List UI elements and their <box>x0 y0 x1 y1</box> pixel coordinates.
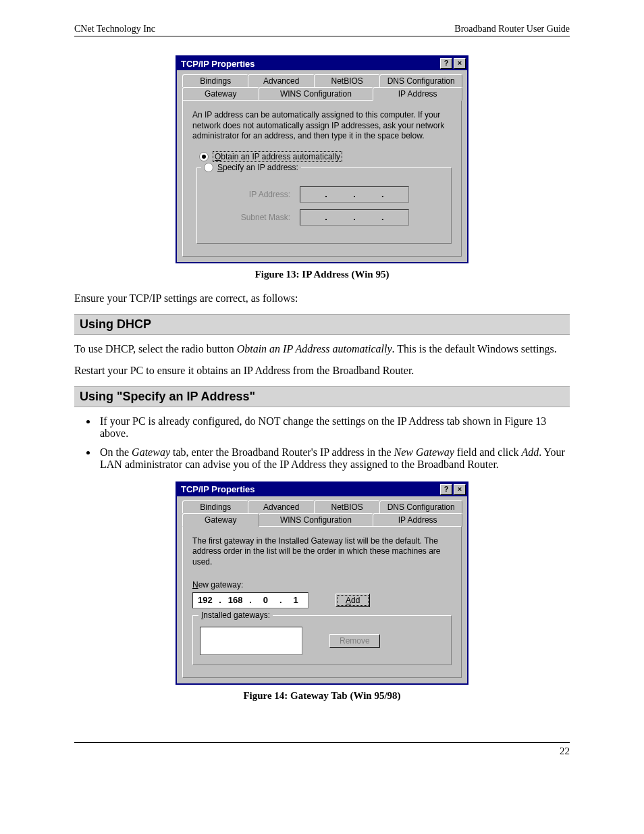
subnet-mask-label: Subnet Mask: <box>223 213 290 222</box>
ip-address-label: IP Address: <box>223 190 290 199</box>
titlebar: TCP/IP Properties ? × <box>177 483 467 496</box>
figure-14-caption: Figure 14: Gateway Tab (Win 95/98) <box>74 690 570 702</box>
ip-address-panel: An IP address can be automatically assig… <box>182 100 462 257</box>
radio-icon[interactable] <box>204 163 213 172</box>
close-icon[interactable]: × <box>454 58 466 69</box>
gateway-panel: The first gateway in the Installed Gatew… <box>182 526 462 678</box>
footer-rule <box>74 742 570 743</box>
tab-netbios[interactable]: NetBIOS <box>314 500 380 513</box>
bullet-2: On the Gateway tab, enter the Broadband … <box>97 446 570 471</box>
dialog-title: TCP/IP Properties <box>181 484 255 494</box>
titlebar: TCP/IP Properties ? × <box>177 57 467 70</box>
new-gateway-label: New gateway: <box>192 580 452 590</box>
heading-using-dhcp: Using DHCP <box>74 314 570 335</box>
help-icon[interactable]: ? <box>440 58 452 69</box>
panel-description: The first gateway in the Installed Gatew… <box>192 536 452 568</box>
tab-gateway[interactable]: Gateway <box>182 513 259 527</box>
body-text-3: Restart your PC to ensure it obtains an … <box>74 365 570 377</box>
tcpip-properties-dialog-1: TCP/IP Properties ? × Bindings Advanced … <box>176 55 468 263</box>
figure-13-caption: Figure 13: IP Address (Win 95) <box>74 269 570 280</box>
tab-bindings[interactable]: Bindings <box>182 74 248 87</box>
add-button[interactable]: Add <box>336 594 370 607</box>
tab-advanced[interactable]: Advanced <box>248 500 314 513</box>
tab-netbios[interactable]: NetBIOS <box>314 74 380 87</box>
header-left: CNet Technology Inc <box>74 24 155 34</box>
header-right: Broadband Router User Guide <box>454 24 570 34</box>
tab-wins[interactable]: WINS Configuration <box>259 513 374 527</box>
installed-gateways-list[interactable] <box>200 627 302 655</box>
body-text-2: To use DHCP, select the radio button Obt… <box>74 343 570 355</box>
page-header: CNet Technology Inc Broadband Router Use… <box>74 24 570 34</box>
tab-advanced[interactable]: Advanced <box>248 74 314 87</box>
tab-dns[interactable]: DNS Configuration <box>379 74 462 87</box>
tab-strip: Bindings Advanced NetBIOS DNS Configurat… <box>177 70 467 101</box>
dialog-title: TCP/IP Properties <box>181 59 255 69</box>
tab-gateway[interactable]: Gateway <box>182 87 259 101</box>
bullet-list: If your PC is already configured, do NOT… <box>74 415 570 471</box>
bullet-1: If your PC is already configured, do NOT… <box>97 415 570 440</box>
new-gateway-input[interactable]: 192. 168. 0. 1 <box>192 592 308 608</box>
tab-bindings[interactable]: Bindings <box>182 500 248 513</box>
tcpip-properties-dialog-2: TCP/IP Properties ? × Bindings Advanced … <box>176 481 468 685</box>
tab-dns[interactable]: DNS Configuration <box>379 500 462 513</box>
page-number: 22 <box>74 746 570 757</box>
specify-ip-group: Specify an IP address: IP Address: ... S… <box>196 167 452 244</box>
radio-obtain-auto[interactable]: Obtain an IP address automatically <box>199 151 452 162</box>
radio-specify-label[interactable]: Specify an IP address: <box>217 163 298 172</box>
close-icon[interactable]: × <box>454 484 466 495</box>
installed-gateways-group: Installed gateways: Remove <box>192 615 452 665</box>
help-icon[interactable]: ? <box>440 484 452 495</box>
panel-description: An IP address can be automatically assig… <box>192 110 452 142</box>
remove-button[interactable]: Remove <box>329 634 380 648</box>
header-rule <box>74 36 570 36</box>
tab-strip: Bindings Advanced NetBIOS DNS Configurat… <box>177 496 467 527</box>
body-text-1: Ensure your TCP/IP settings are correct,… <box>74 292 570 305</box>
radio-obtain-label: btain an IP address automatically <box>221 152 340 161</box>
tab-wins[interactable]: WINS Configuration <box>259 87 374 101</box>
ip-address-input[interactable]: ... <box>300 186 409 203</box>
subnet-mask-input[interactable]: ... <box>300 209 409 226</box>
installed-gateways-label: Installed gateways: <box>198 610 273 620</box>
radio-icon <box>199 152 209 161</box>
heading-specify-ip: Using "Specify an IP Address" <box>74 386 570 407</box>
tab-ipaddress[interactable]: IP Address <box>373 87 462 101</box>
tab-ipaddress[interactable]: IP Address <box>373 513 462 527</box>
